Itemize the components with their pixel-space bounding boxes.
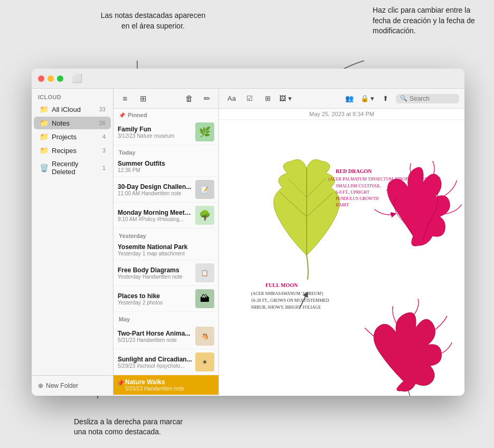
close-button[interactable] <box>38 75 44 82</box>
note-item-horse[interactable]: Two-Part Horse Anima... 5/31/23 Handwrit… <box>113 323 218 349</box>
traffic-lights <box>38 75 63 82</box>
today-section-header: Today <box>113 145 218 157</box>
note-title-yosemite: Yosemite National Park <box>118 243 214 251</box>
may-section-header: May <box>113 312 218 323</box>
sidebar-item-recipes[interactable]: 📁 Recipes 3 <box>34 144 111 157</box>
sidebar-item-label-recipes: Recipes <box>52 147 94 155</box>
note-meta-sunlight: 5/29/23 #school #psycholo... <box>118 363 192 369</box>
search-icon: 🔍 <box>400 95 407 102</box>
sidebar-item-all-icloud[interactable]: 📁 All iCloud 33 <box>34 103 111 116</box>
note-text-free-body: Free Body Diagrams Yesterday Handwritten… <box>118 266 192 280</box>
trash-note-icon: 🗑 <box>185 94 193 103</box>
sidebar-item-notes[interactable]: 📁 Notes 26 <box>34 117 111 129</box>
sidebar-badge-notes: 26 <box>97 120 106 126</box>
sidebar-item-recently-deleted[interactable]: 🗑️ Recently Deleted 1 <box>34 158 111 178</box>
note-thumb-places-hike: 🏔 <box>195 289 214 308</box>
note-meta-30day: 11:00 AM Handwritten note <box>118 190 192 196</box>
svg-text:6-8 FT., UPRIGHT: 6-8 FT., UPRIGHT <box>336 190 369 195</box>
sidebar-bottom: ⊕ New Folder <box>32 375 113 396</box>
note-content: Aa ☑ ⊞ 🖼 ▾ 👥 🔒 ▾ ⬆ 🔍 May 25, 2023 at 8:3… <box>219 89 464 396</box>
note-item-summer-outfits[interactable]: Summer Outfits 12:36 PM <box>113 157 218 177</box>
projects-icon: 📁 <box>39 132 49 141</box>
note-title-horse: Two-Part Horse Anima... <box>118 330 192 337</box>
pinned-section-header: 📌 Pinned <box>113 109 218 119</box>
yesterday-section-header: Yesterday <box>113 228 218 240</box>
grid-icon: ⊞ <box>140 94 147 103</box>
note-text-monday-meeting: Monday Morning Meeting 9:10 AM #Policy #… <box>118 209 192 222</box>
note-meta-nature-walks: 5/25/23 Handwritten note <box>125 386 214 392</box>
share-collab-button[interactable]: 👥 <box>342 91 357 106</box>
svg-text:FULL MOON: FULL MOON <box>265 282 298 288</box>
table-button[interactable]: ⊞ <box>260 91 275 106</box>
note-text-family-fun: Family Fun 3/12/23 Nature museum <box>118 126 192 139</box>
note-item-places-hike[interactable]: Places to hike Yesterday 2 photos 🏔 <box>113 286 218 312</box>
note-item-yosemite[interactable]: Yosemite National Park Yesterday 1 map a… <box>113 240 218 260</box>
notes-folder-icon: 📁 <box>39 119 49 127</box>
note-meta-summer-outfits: 12:36 PM <box>118 167 214 173</box>
trash-icon: 🗑️ <box>39 164 49 172</box>
minimize-button[interactable] <box>48 75 54 82</box>
compose-button[interactable]: ✏ <box>200 91 214 106</box>
note-item-30day[interactable]: 30-Day Design Challen... 11:00 AM Handwr… <box>113 177 218 203</box>
app-window: ⬜ iCloud 📁 All iCloud 33 📁 Notes 26 📁 Pr… <box>32 69 464 396</box>
sidebar-item-label-allicloud: All iCloud <box>52 106 94 113</box>
note-item-free-body[interactable]: Free Body Diagrams Yesterday Handwritten… <box>113 260 218 286</box>
note-item-sunlight[interactable]: Sunlight and Circadian... 5/29/23 #schoo… <box>113 349 218 375</box>
sidebar-toggle-icon[interactable]: ⬜ <box>72 73 82 83</box>
sidebar-item-label-recently-deleted: Recently Deleted <box>52 160 94 176</box>
note-meta-horse: 5/31/23 Handwritten note <box>118 337 192 343</box>
note-text-summer-outfits: Summer Outfits 12:36 PM <box>118 160 214 173</box>
svg-text:SHRUB, SHOWY, BRIGHT FOLIAGE: SHRUB, SHOWY, BRIGHT FOLIAGE <box>251 305 321 310</box>
note-content-toolbar: Aa ☑ ⊞ 🖼 ▾ 👥 🔒 ▾ ⬆ 🔍 <box>219 89 464 109</box>
fullscreen-button[interactable] <box>57 75 63 82</box>
pinned-label-text: Pinned <box>128 112 147 118</box>
search-input[interactable] <box>410 95 452 102</box>
note-text-places-hike: Places to hike Yesterday 2 photos <box>118 292 192 306</box>
note-item-monday-meeting[interactable]: Monday Morning Meeting 9:10 AM #Policy #… <box>113 203 218 228</box>
sidebar-badge-allicloud: 33 <box>97 106 106 112</box>
app-body: iCloud 📁 All iCloud 33 📁 Notes 26 📁 Proj… <box>32 89 464 396</box>
note-thumb-free-body: 📋 <box>195 263 214 282</box>
allicloud-icon: 📁 <box>39 105 49 113</box>
sidebar-item-projects[interactable]: 📁 Projects 4 <box>34 130 111 143</box>
note-item-nature-walks[interactable]: 📌 Nature Walks 5/25/23 Handwritten note <box>113 375 218 395</box>
sidebar-item-label-notes: Notes <box>52 119 94 127</box>
note-text-nature-walks: Nature Walks 5/25/23 Handwritten note <box>118 378 214 392</box>
grid-view-button[interactable]: ⊞ <box>136 91 150 106</box>
sidebar: iCloud 📁 All iCloud 33 📁 Notes 26 📁 Proj… <box>32 89 113 396</box>
delete-note-button[interactable]: 🗑 <box>182 91 196 106</box>
note-title-free-body: Free Body Diagrams <box>118 266 192 274</box>
note-thumb-sunlight: ☀ <box>195 352 214 371</box>
font-button[interactable]: Aa <box>224 91 239 106</box>
note-meta-free-body: Yesterday Handwritten note <box>118 274 192 280</box>
title-bar: ⬜ <box>32 69 464 89</box>
note-item-family-fun[interactable]: Family Fun 3/12/23 Nature museum 🌿 <box>113 119 218 145</box>
notes-panel: ≡ ⊞ 🗑 ✏ 📌 Pinned <box>113 89 219 396</box>
annotation-bottom: Desliza a la derecha para marcar una not… <box>74 417 190 437</box>
media-button[interactable]: 🖼 ▾ <box>278 91 293 106</box>
share-button[interactable]: ⬆ <box>378 91 393 106</box>
new-folder-icon: ⊕ <box>38 382 43 389</box>
svg-text:RED DRAGON: RED DRAGON <box>336 168 372 174</box>
nature-walks-illustration: RED DRAGON (ACER PALMATUM 'DISSECTUM ATR… <box>219 120 464 396</box>
sidebar-badge-recipes: 3 <box>97 147 106 154</box>
sidebar-badge-projects: 4 <box>97 134 106 140</box>
list-view-button[interactable]: ≡ <box>118 91 132 106</box>
note-text-yosemite: Yosemite National Park Yesterday 1 map a… <box>118 243 214 256</box>
note-body: Nature Walks <box>219 120 464 396</box>
note-meta-yosemite: Yesterday 1 map attachment <box>118 251 214 256</box>
note-date-bar[interactable]: May 25, 2023 at 8:34 PM <box>219 109 464 120</box>
note-title-monday-meeting: Monday Morning Meeting <box>118 209 192 216</box>
notes-list: 📌 Pinned Family Fun 3/12/23 Nature museu… <box>113 109 218 396</box>
search-bar[interactable]: 🔍 <box>396 94 459 103</box>
note-text-horse: Two-Part Horse Anima... 5/31/23 Handwrit… <box>118 330 192 343</box>
note-meta-family-fun: 3/12/23 Nature museum <box>118 133 192 139</box>
sidebar-section-label: iCloud <box>32 89 113 102</box>
lock-button[interactable]: 🔒 ▾ <box>360 91 375 106</box>
annotation-top-right: Haz clic para cambiar entre la fecha de … <box>373 5 489 36</box>
annotation-top-left: Las notas destacadas aparecen en el área… <box>100 11 206 31</box>
sidebar-badge-recently-deleted: 1 <box>97 165 106 171</box>
new-folder-button[interactable]: ⊕ New Folder <box>36 380 109 392</box>
checklist-button[interactable]: ☑ <box>242 91 257 106</box>
recipes-icon: 📁 <box>39 146 49 155</box>
